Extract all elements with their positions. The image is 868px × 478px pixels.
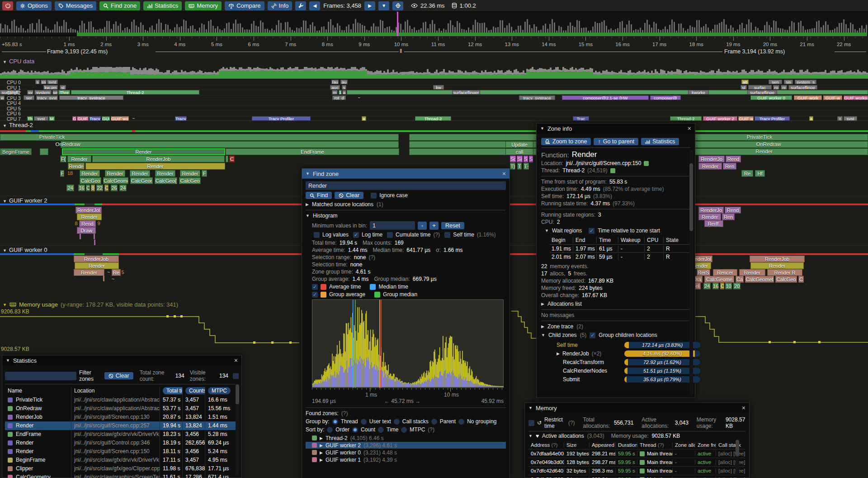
cpu-zone[interactable]: G [72, 116, 76, 121]
timeline-zone[interactable]: 9 [96, 220, 101, 227]
zoom-to-zone-button[interactable]: Zoom to zone [541, 138, 591, 145]
col-total-time[interactable]: Total tim [160, 387, 182, 395]
statistics-row[interactable]: PrivateTickjni/../jni/src/claw/applicati… [5, 396, 239, 404]
timeline-zone[interactable]: 26 [111, 185, 118, 191]
find-zone-titlebar[interactable]: ▼ Find zone × [302, 169, 509, 179]
wait-col-header[interactable]: State [663, 237, 681, 243]
messages-button[interactable]: Messages [55, 1, 96, 10]
cpu-zone[interactable]: kw.gm [43, 85, 58, 90]
go-to-parent-button[interactable]: ↑Go to parent [594, 138, 638, 145]
statistics-row[interactable]: Renderjni/../jni/src/guif/Control.cpp:34… [5, 439, 239, 447]
statistics-titlebar[interactable]: ▼ Statistics × [2, 355, 241, 365]
timeline-zone[interactable]: Re [741, 170, 753, 177]
timeline-zone[interactable]: RenderJob [750, 256, 805, 262]
timeline-zone[interactable]: CalcGeome [103, 177, 128, 184]
cpu-zone[interactable]: GUIF worker 2 [703, 116, 737, 121]
cpu-zone[interactable]: Thread-2 [71, 90, 199, 95]
timeline-zone[interactable]: CalcGeo [80, 177, 101, 184]
info-button[interactable]: Info [268, 1, 292, 10]
timeline-zone[interactable]: ~ [106, 269, 111, 276]
timeline-zone[interactable]: RenderJo [698, 156, 725, 162]
timeline-zone[interactable]: T [517, 163, 522, 170]
legend-checkbox[interactable]: ✓ [312, 284, 318, 290]
timeline-zone[interactable]: Render [155, 170, 175, 177]
cpu-zone[interactable]: t [837, 116, 843, 121]
timeline-zone[interactable]: OnRedraw [744, 141, 793, 148]
sort-by-help[interactable]: (?) [428, 426, 434, 433]
allocation-row[interactable]: 0x7e049b3d00128 bytes298.27 ms59.95 sMai… [528, 458, 745, 466]
power-button[interactable] [2, 1, 13, 10]
memory-col-header[interactable]: Size [564, 442, 589, 448]
statistics-row[interactable]: OnRedrawjni/../jni/src/claw/application/… [5, 404, 239, 413]
log-time-checkbox[interactable]: ✓ [353, 232, 359, 238]
tools-button[interactable] [295, 1, 306, 10]
timeline-zone[interactable]: Render [739, 269, 765, 276]
thread-section-header[interactable]: ▼GUIF worker 2 [3, 197, 47, 204]
timeline-zone[interactable]: PrivateTick [730, 134, 789, 141]
restrict-time-checkbox[interactable] [528, 420, 534, 426]
find-zone-button[interactable]: Find zone [99, 1, 140, 10]
find-button[interactable]: Find [306, 192, 332, 199]
timeline-zone[interactable]: Si [517, 156, 523, 162]
alloc-frame[interactable]: [alloc] [718, 459, 733, 465]
wait-col-header[interactable]: End [573, 237, 596, 243]
cpu-zone[interactable]: surfac [748, 85, 772, 90]
cpu-zone[interactable]: a [362, 116, 366, 121]
timeline-zone[interactable]: 22 [96, 185, 103, 191]
timeline-zone[interactable] [61, 141, 399, 148]
memory-scrollbar[interactable] [736, 439, 739, 476]
col-counts[interactable]: Counts [182, 387, 205, 395]
timeline-zone[interactable]: RenderJob [92, 156, 225, 162]
timeline-zone[interactable]: 24 [119, 185, 127, 191]
group-by-option-call-stacks[interactable] [394, 419, 400, 425]
cpu-zone[interactable]: rot_d [332, 95, 346, 100]
matched-source-locations-section[interactable]: ▶ Matched source locations (1) [306, 201, 506, 208]
cpu-zone[interactable]: GUIF-work [794, 95, 822, 100]
clipped-checkbox[interactable] [233, 373, 239, 379]
timeline-zone[interactable]: Ren [723, 163, 736, 170]
wait-table-row[interactable]: 1.91 ms1.97 ms61 µs-2R [549, 244, 690, 252]
cpu-zone[interactable]: syst [47, 80, 58, 84]
timeline-zone[interactable]: CalcGeome [704, 276, 734, 283]
wait-col-header[interactable]: CPU [644, 237, 663, 243]
timeline-zone[interactable]: Render [737, 148, 791, 155]
statistics-button[interactable]: Statistics [641, 138, 679, 145]
memory-col-header[interactable]: Appeared at [589, 442, 615, 448]
cpu-zone[interactable]: GUIF w [738, 116, 754, 121]
group-by-option-thread[interactable] [332, 419, 338, 425]
wait-col-header[interactable]: Time [596, 237, 618, 243]
cpu-zone[interactable]: sis [784, 80, 793, 84]
timeline-zone[interactable]: 5 [121, 269, 125, 276]
zone-trace-section[interactable]: ▶ Zone trace (2) [541, 323, 690, 330]
wait-regions-section[interactable]: ▼ Wait regions ✓ Time relative to zone s… [545, 227, 690, 234]
cpu-zone[interactable]: syst [844, 116, 857, 121]
wait-table-row[interactable]: 2.01 ms2.07 ms59 µs-2R [549, 252, 690, 260]
child-zone-row[interactable]: CalcRenderNodes51.51 µs (1.15%) [547, 366, 690, 375]
active-allocations-section[interactable]: ▼ ♥ Active allocations (3,043) Memory us… [528, 433, 745, 439]
cpu-zone[interactable]: system_s [795, 80, 816, 84]
allocation-row[interactable]: 0x7dfc42d64032 bytes298.3 ms59.95 sMain … [528, 466, 745, 475]
memory-col-header[interactable]: Call stack [716, 442, 745, 448]
timeline-zone[interactable]: Render [85, 163, 225, 170]
cpu-zone[interactable]: Thread-2 [415, 116, 451, 121]
cpu-zone[interactable]: m [332, 90, 338, 95]
memory-titlebar[interactable]: ▼ Memory × [525, 403, 749, 413]
cpu-zone[interactable]: GUIF [77, 116, 89, 121]
ignore-case-checkbox[interactable] [371, 193, 377, 199]
cpu-zone[interactable]: ~ [356, 95, 362, 100]
histogram-plot[interactable] [312, 299, 504, 388]
timeline-zone[interactable]: 18 [65, 170, 75, 177]
prev-frame-button[interactable]: ◀ [309, 1, 320, 10]
timeline-zone[interactable]: Render [75, 262, 119, 269]
cpu-zone[interactable]: s [342, 85, 346, 90]
timeline-zone[interactable]: EndFrame [226, 148, 399, 155]
timeline-zone[interactable]: CalcGeo( [155, 177, 177, 184]
col-location[interactable]: Location [71, 387, 160, 395]
clear-filter-button[interactable]: Clear [104, 372, 133, 379]
cpu-zone[interactable]: surfaceflinge [747, 90, 777, 95]
cpu-zone[interactable]: Th [27, 116, 33, 121]
cpu-zone[interactable]: composer@ [650, 95, 681, 100]
thread-section-header[interactable]: ▼GUIF worker 0 [3, 246, 47, 253]
child-time-bar[interactable]: 4.16 ms (92.60%) [624, 350, 700, 357]
alloc-frame[interactable]: [alloc] [718, 451, 733, 456]
